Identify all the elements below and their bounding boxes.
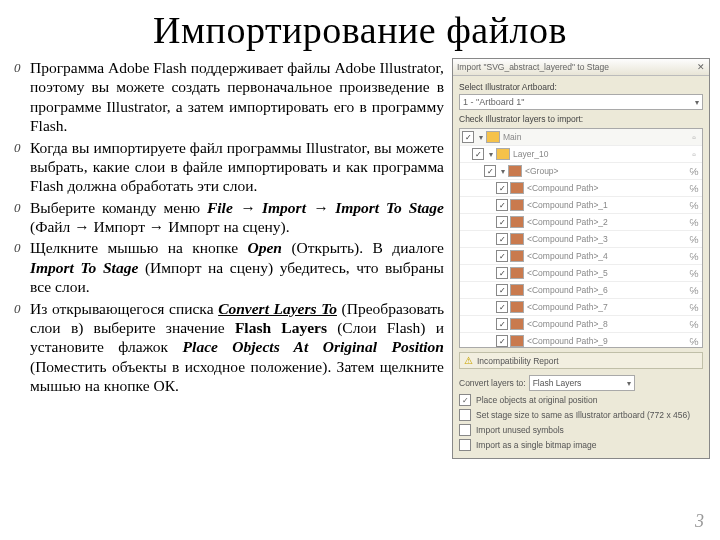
chevron-down-icon: ▾ [695, 98, 699, 107]
opt-label: Set stage size to same as Illustrator ar… [476, 410, 690, 420]
bullet-text: Когда вы импортируете файл программы Ill… [30, 139, 444, 195]
dialog-column: Import "SVG_abstract_layered" to Stage ✕… [452, 58, 710, 459]
checkbox[interactable]: ✓ [496, 267, 508, 279]
layer-name: <Compound Path>_9 [527, 336, 686, 346]
checkbox[interactable]: ✓ [484, 165, 496, 177]
expand-icon[interactable]: ▾ [498, 167, 507, 176]
layer-option-icon[interactable]: ℅ [686, 234, 702, 245]
checkbox[interactable]: ✓ [472, 148, 484, 160]
layer-row[interactable]: ✓ <Compound Path>_8 ℅ [460, 316, 702, 333]
bullet-text: Программа Adobe Flash поддерживает файлы… [30, 59, 444, 134]
incompat-label: Incompatibility Report [477, 356, 559, 366]
expand-icon[interactable]: ▾ [476, 133, 485, 142]
path-icon [510, 335, 524, 347]
checkbox[interactable]: ✓ [496, 199, 508, 211]
checkbox[interactable]: ✓ [496, 335, 508, 347]
chevron-down-icon: ▾ [627, 379, 631, 388]
layer-option-icon[interactable]: ℅ [686, 183, 702, 194]
path-icon [510, 216, 524, 228]
bullet-item: Программа Adobe Flash поддерживает файлы… [14, 58, 444, 136]
option-value: Flash Layers [235, 319, 327, 336]
layer-name: <Compound Path>_3 [527, 234, 686, 244]
bullet-text: (Файл → Импорт → Импорт на сцену). [30, 218, 290, 235]
artboard-label: Select Illustrator Artboard: [459, 82, 703, 92]
layer-name: Layer_10 [513, 149, 686, 159]
checkbox[interactable]: ✓ [496, 216, 508, 228]
layer-name: <Compound Path> [527, 183, 686, 193]
layer-row[interactable]: ✓ <Compound Path>_1 ℅ [460, 197, 702, 214]
bullet-item: Щелкните мышью на кнопке Open (Открыть).… [14, 238, 444, 296]
slide-title: Импортирование файлов [0, 8, 720, 52]
layer-name: <Compound Path>_5 [527, 268, 686, 278]
layer-row[interactable]: ✓ <Compound Path>_4 ℅ [460, 248, 702, 265]
dialog-title: Import "SVG_abstract_layered" to Stage [457, 59, 609, 75]
expand-icon[interactable]: ▾ [486, 150, 495, 159]
text-column: Программа Adobe Flash поддерживает файлы… [14, 58, 444, 459]
path-icon [510, 250, 524, 262]
layer-option-icon[interactable]: ℅ [686, 336, 702, 347]
button-name: Open [248, 239, 282, 256]
incompatibility-report-button[interactable]: ⚠ Incompatibility Report [459, 352, 703, 369]
layer-option-icon[interactable]: ℅ [686, 166, 702, 177]
dropdown-name: Convert Layers To [218, 300, 337, 317]
layer-row[interactable]: ✓ <Compound Path>_5 ℅ [460, 265, 702, 282]
layer-row[interactable]: ✓ ▾ Main ▫ [460, 129, 702, 146]
checkbox[interactable]: ✓ [496, 233, 508, 245]
layer-option-icon[interactable]: ℅ [686, 285, 702, 296]
layer-option-icon[interactable]: ℅ [686, 217, 702, 228]
import-dialog: Import "SVG_abstract_layered" to Stage ✕… [452, 58, 710, 459]
bullet-text: Из открывающегося списка [30, 300, 218, 317]
layer-option-icon[interactable]: ℅ [686, 302, 702, 313]
opt-label: Import unused symbols [476, 425, 564, 435]
layer-option-icon[interactable]: ▫ [686, 149, 702, 160]
layer-name: <Compound Path>_6 [527, 285, 686, 295]
layer-name: <Compound Path>_1 [527, 200, 686, 210]
layer-name: <Compound Path>_7 [527, 302, 686, 312]
page-number: 3 [695, 511, 704, 532]
layer-row[interactable]: ✓ ▾ <Group> ℅ [460, 163, 702, 180]
layer-option-icon[interactable]: ℅ [686, 251, 702, 262]
checkbox-name: Place Objects At Original Position [183, 338, 444, 355]
layer-row[interactable]: ✓ <Compound Path>_6 ℅ [460, 282, 702, 299]
warning-icon: ⚠ [464, 355, 473, 366]
checkbox[interactable]: ✓ [496, 250, 508, 262]
artboard-dropdown[interactable]: 1 - "Artboard 1" ▾ [459, 94, 703, 110]
layer-name: Main [503, 132, 686, 142]
opt-label: Import as a single bitmap image [476, 440, 596, 450]
import-unused-checkbox[interactable] [459, 424, 471, 436]
folder-icon [496, 148, 510, 160]
convert-layers-dropdown[interactable]: Flash Layers ▾ [529, 375, 635, 391]
layer-row[interactable]: ✓ <Compound Path>_3 ℅ [460, 231, 702, 248]
convert-layers-value: Flash Layers [533, 378, 582, 388]
layer-option-icon[interactable]: ℅ [686, 200, 702, 211]
checkbox[interactable]: ✓ [496, 318, 508, 330]
checkbox[interactable]: ✓ [496, 182, 508, 194]
layer-row[interactable]: ✓ ▾ Layer_10 ▫ [460, 146, 702, 163]
path-icon [510, 301, 524, 313]
bullet-item: Из открывающегося списка Convert Layers … [14, 299, 444, 396]
bullet-item: Выберите команду меню File → Import → Im… [14, 198, 444, 237]
layer-option-icon[interactable]: ℅ [686, 268, 702, 279]
checkbox[interactable]: ✓ [496, 284, 508, 296]
layer-row[interactable]: ✓ <Compound Path>_2 ℅ [460, 214, 702, 231]
single-bitmap-checkbox[interactable] [459, 439, 471, 451]
convert-layers-label: Convert layers to: [459, 378, 526, 388]
place-original-checkbox[interactable]: ✓ [459, 394, 471, 406]
layer-option-icon[interactable]: ▫ [686, 132, 702, 143]
layer-row[interactable]: ✓ <Compound Path> ℅ [460, 180, 702, 197]
menu-path: File → Import → Import To Stage [207, 199, 444, 216]
artboard-value: 1 - "Artboard 1" [463, 97, 524, 107]
checkbox[interactable]: ✓ [462, 131, 474, 143]
close-icon[interactable]: ✕ [697, 59, 705, 75]
folder-icon [486, 131, 500, 143]
layer-option-icon[interactable]: ℅ [686, 319, 702, 330]
layer-name: <Compound Path>_4 [527, 251, 686, 261]
layer-row[interactable]: ✓ <Compound Path>_9 ℅ [460, 333, 702, 348]
path-icon [510, 182, 524, 194]
path-icon [510, 233, 524, 245]
bullet-text: Выберите команду меню [30, 199, 207, 216]
checkbox[interactable]: ✓ [496, 301, 508, 313]
layer-row[interactable]: ✓ <Compound Path>_7 ℅ [460, 299, 702, 316]
stage-size-checkbox[interactable] [459, 409, 471, 421]
layer-name: <Compound Path>_2 [527, 217, 686, 227]
